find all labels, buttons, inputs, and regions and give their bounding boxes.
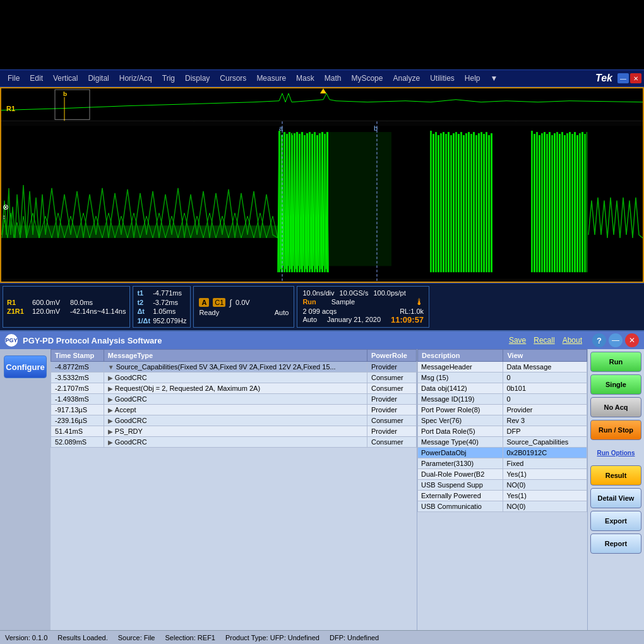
desc-row[interactable]: Message Type(40)Source_Capabilities xyxy=(418,437,587,448)
help-icon[interactable]: ? xyxy=(592,333,606,347)
svg-rect-49 xyxy=(435,132,437,272)
menu-display[interactable]: Display xyxy=(180,73,215,84)
desc-row[interactable]: Msg (15)0 xyxy=(418,373,587,383)
msgtype-text: GoodCRC xyxy=(115,438,147,446)
run-stop-button[interactable]: Run / Stop xyxy=(590,420,641,440)
scope-display: R1 b xyxy=(0,87,644,283)
z1r1-label: Z1R1 xyxy=(7,307,27,315)
menu-utilities[interactable]: Utilities xyxy=(425,73,460,84)
menu-help[interactable]: Help xyxy=(460,73,486,84)
result-button[interactable]: Result xyxy=(590,465,641,486)
product-type-label: Product Type: UFP: Undefined xyxy=(225,634,319,641)
menu-mask[interactable]: Mask xyxy=(291,73,319,84)
desc-row[interactable]: USB Suspend SuppNO(0) xyxy=(418,480,587,491)
message-table-scroll[interactable]: Time Stamp MessageType PowerRole -4.8772… xyxy=(51,349,417,630)
table-row[interactable]: -3.5332mS▶GoodCRCConsumer xyxy=(51,373,417,383)
menu-edit[interactable]: Edit xyxy=(25,73,48,84)
run-options-link[interactable]: Run Options xyxy=(590,443,641,463)
svg-rect-62 xyxy=(468,132,470,272)
desc-col-description: Description xyxy=(418,350,503,362)
report-button[interactable]: Report xyxy=(590,534,641,554)
table-row[interactable]: 52.089mS▶GoodCRCConsumer xyxy=(51,437,417,448)
table-row[interactable]: -2.1707mS▶Request(Obj = 2, Requested 2A,… xyxy=(51,383,417,394)
svg-text:b: b xyxy=(374,124,378,132)
configure-column: Configure xyxy=(0,349,51,630)
menu-horizacq[interactable]: Horiz/Acq xyxy=(114,73,157,84)
menu-myscope[interactable]: MyScope xyxy=(346,73,388,84)
save-link[interactable]: Save xyxy=(509,336,526,345)
menu-trig[interactable]: Trig xyxy=(157,73,180,84)
expand-arrow-icon[interactable]: ▶ xyxy=(108,428,113,435)
detail-view-button[interactable]: Detail View xyxy=(590,488,641,508)
trig-a-label: A xyxy=(199,298,209,307)
svg-rect-76 xyxy=(536,132,538,272)
expand-arrow-icon[interactable]: ▶ xyxy=(108,385,113,392)
svg-rect-60 xyxy=(463,135,465,272)
desc-row[interactable]: USB CommunicatioNO(0) xyxy=(418,501,587,512)
desc-row[interactable]: Dual-Role Power(B2Yes(1) xyxy=(418,469,587,480)
msgtype-cell: ▶GoodCRC xyxy=(104,415,367,426)
description-scroll[interactable]: Description View MessageHeaderData Messa… xyxy=(417,349,587,630)
svg-rect-69 xyxy=(486,132,487,272)
svg-rect-55 xyxy=(450,135,452,272)
table-row[interactable]: -239.16µS▶GoodCRCConsumer xyxy=(51,415,417,426)
powerrole-cell: Consumer xyxy=(367,373,417,383)
export-button[interactable]: Export xyxy=(590,511,641,531)
expand-arrow-icon[interactable]: ▶ xyxy=(108,417,113,424)
menu-analyze[interactable]: Analyze xyxy=(388,73,425,84)
recall-link[interactable]: Recall xyxy=(534,336,554,345)
expand-arrow-icon[interactable]: ▼ xyxy=(108,364,114,371)
desc-name-cell: Msg (15) xyxy=(418,373,503,383)
inv-dt-value: 952.079Hz xyxy=(153,317,186,325)
desc-row[interactable]: Data obj(1412)0b101 xyxy=(418,383,587,394)
menu-dropdown[interactable]: ▼ xyxy=(486,73,503,84)
svg-text:R1: R1 xyxy=(6,105,15,112)
menu-math[interactable]: Math xyxy=(319,73,347,84)
svg-rect-87 xyxy=(564,135,566,272)
expand-arrow-icon[interactable]: ▶ xyxy=(108,407,113,414)
expand-arrow-icon[interactable]: ▶ xyxy=(108,396,113,403)
svg-rect-38 xyxy=(311,134,313,272)
menu-digital[interactable]: Digital xyxy=(83,73,114,84)
window-minimize-button[interactable]: — xyxy=(617,73,629,83)
desc-row[interactable]: Externally PoweredYes(1) xyxy=(418,491,587,501)
desc-row[interactable]: Message ID(119)0 xyxy=(418,394,587,405)
table-row[interactable]: -4.8772mS▼Source_Capabilities(Fixed 5V 3… xyxy=(51,362,417,373)
desc-row[interactable]: Port Data Role(5)DFP xyxy=(418,426,587,437)
svg-rect-92 xyxy=(576,135,578,272)
t1-label: t1 xyxy=(137,289,150,297)
msgtype-cell: ▶Accept xyxy=(104,405,367,415)
menu-vertical[interactable]: Vertical xyxy=(48,73,83,84)
svg-rect-40 xyxy=(316,135,318,272)
menu-measure[interactable]: Measure xyxy=(251,73,291,84)
msgtype-text: PS_RDY xyxy=(115,427,143,435)
expand-arrow-icon[interactable]: ▶ xyxy=(108,439,113,446)
desc-row[interactable]: Parameter(3130)Fixed xyxy=(418,458,587,469)
about-link[interactable]: About xyxy=(563,336,582,345)
desc-row[interactable]: Port Power Role(8)Provider xyxy=(418,405,587,415)
t1-value: -4.771ms xyxy=(153,289,186,297)
table-row[interactable]: 51.41mS▶PS_RDYProvider xyxy=(51,426,417,437)
run-button[interactable]: Run xyxy=(590,352,641,372)
svg-rect-61 xyxy=(465,133,467,272)
desc-name-cell: Dual-Role Power(B2 xyxy=(418,469,503,480)
menu-file[interactable]: File xyxy=(3,73,25,84)
svg-rect-45 xyxy=(391,126,429,278)
svg-rect-33 xyxy=(299,134,301,272)
desc-value-cell: DFP xyxy=(503,426,587,437)
table-row[interactable]: -1.4938mS▶GoodCRCProvider xyxy=(51,394,417,405)
protocol-body: Configure Time Stamp MessageType PowerRo… xyxy=(0,349,644,630)
expand-arrow-icon[interactable]: ▶ xyxy=(108,374,113,381)
window-close-button[interactable]: ✕ xyxy=(630,73,641,83)
desc-row[interactable]: Spec Ver(76)Rev 3 xyxy=(418,415,587,426)
desc-row[interactable]: MessageHeaderData Message xyxy=(418,362,587,373)
no-acq-button[interactable]: No Acq xyxy=(590,397,641,417)
menu-cursors[interactable]: Cursors xyxy=(215,73,251,84)
panel-minimize-icon[interactable]: — xyxy=(609,333,623,347)
r1-volts: 600.0mV xyxy=(32,299,60,306)
table-row[interactable]: -917.13µS▶AcceptProvider xyxy=(51,405,417,415)
panel-close-icon[interactable]: ✕ xyxy=(625,333,639,347)
configure-button[interactable]: Configure xyxy=(4,355,47,378)
desc-row[interactable]: PowerDataObj0x2B01912C xyxy=(418,448,587,458)
single-button[interactable]: Single xyxy=(590,374,641,395)
